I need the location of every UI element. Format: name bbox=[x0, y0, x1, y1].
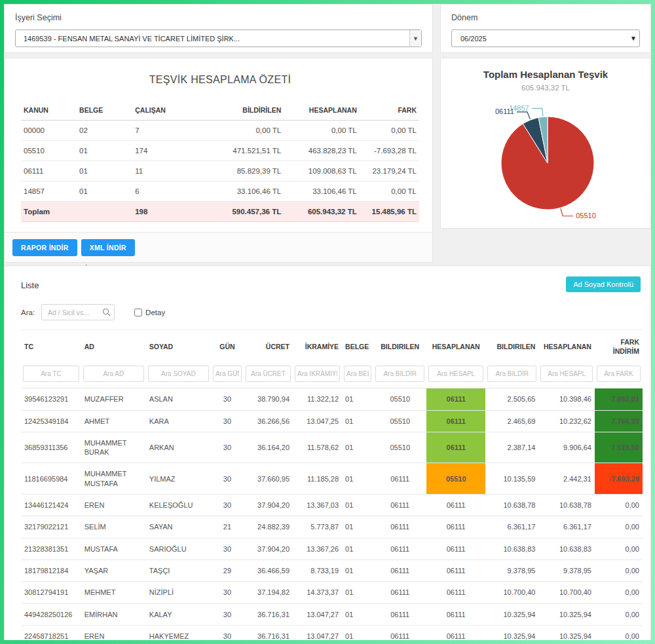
name-check-button[interactable]: Ad Soyad Kontrolü bbox=[566, 276, 641, 292]
employee-col-header: AD bbox=[81, 330, 146, 362]
download-xml-button[interactable]: XML İNDİR bbox=[81, 239, 135, 256]
employee-col-header: HESAPLANAN bbox=[538, 330, 595, 362]
pie-label-line bbox=[517, 112, 530, 119]
summary-table: KANUNBELGEÇALIŞANBİLDİRİLENHESAPLANANFAR… bbox=[21, 100, 419, 222]
summary-total-row: Toplam198590.457,36 TL605.943,32 TL15.48… bbox=[21, 202, 419, 222]
period-label: Dönem bbox=[451, 13, 640, 22]
employee-col-header: SOYAD bbox=[146, 330, 211, 362]
chevron-down-icon: ▼ bbox=[409, 30, 421, 47]
employee-row: 13446121424ERENKELEŞOĞLU3037.904,2013.36… bbox=[21, 495, 643, 516]
detail-checkbox-row[interactable]: Detay bbox=[134, 309, 165, 316]
employee-row: 18179812184YAŞARTAŞÇI2936.466,598.733,19… bbox=[21, 559, 643, 581]
chart-subtitle: 605.943,32 TL bbox=[441, 84, 650, 92]
screenshot-green-border: İşyeri Seçimi 1469539 - FENSAN METAL SAN… bbox=[0, 0, 655, 644]
status-badge: 06111 bbox=[426, 432, 485, 463]
detail-checkbox[interactable] bbox=[134, 309, 142, 316]
employee-col-header: ÜCRET bbox=[244, 330, 293, 362]
employee-row: 449428250126EMİRHANKALAY3036.716,3113.04… bbox=[21, 603, 643, 625]
summary-table-body: 000000270,00 TL0,00 TL0,00 TL05510011744… bbox=[21, 121, 419, 222]
filter-input-2[interactable] bbox=[148, 366, 209, 382]
workplace-label: İşyeri Seçimi bbox=[15, 13, 422, 22]
chart-title: Toplam Hesaplanan Teşvik bbox=[441, 69, 650, 80]
employee-col-header: BELGE bbox=[342, 330, 373, 362]
filter-input-7[interactable] bbox=[375, 366, 424, 382]
status-badge: 06111 bbox=[426, 410, 485, 432]
filter-input-11[interactable] bbox=[597, 366, 641, 382]
employee-row: 36859311356MUHAMMET BURAKARKAN3036.164,2… bbox=[21, 432, 643, 463]
filter-row bbox=[21, 361, 643, 388]
workplace-select[interactable]: 1469539 - FENSAN METAL SANAYİ VE TİCARET… bbox=[15, 29, 422, 47]
employee-col-header: FARKİNDİRİM bbox=[595, 330, 643, 362]
workplace-select-value: 1469539 - FENSAN METAL SANAYİ VE TİCARET… bbox=[16, 35, 248, 43]
employee-col-header: HESAPLANAN bbox=[426, 330, 485, 362]
filter-input-3[interactable] bbox=[213, 366, 242, 382]
summary-title: TEŞVİK HESAPLAMA ÖZETİ bbox=[21, 74, 419, 86]
chevron-down-icon: ▼ bbox=[627, 30, 639, 47]
dashboard-page: İşyeri Seçimi 1469539 - FENSAN METAL SAN… bbox=[4, 4, 651, 640]
period-select-value: 06/2025 bbox=[452, 35, 495, 43]
filter-input-4[interactable] bbox=[246, 366, 291, 382]
employee-col-header: BILDIRILEN bbox=[485, 330, 538, 362]
summary-col-header: BİLDİRİLEN bbox=[188, 100, 284, 121]
chart-card: Toplam Hesaplanan Teşvik 605.943,32 TL 0… bbox=[440, 58, 651, 229]
period-card: Dönem 06/2025 ▼ bbox=[440, 4, 651, 53]
search-icon bbox=[102, 308, 111, 316]
pie-chart-svg: 055100611114857 bbox=[441, 97, 650, 231]
summary-row: 1485701633.106,46 TL33.106,46 TL0,00 TL bbox=[21, 181, 419, 202]
employee-row: 22458718251ERENHAKYEMEZ3036.716,3113.047… bbox=[21, 625, 643, 640]
pie-slice-label: 14857 bbox=[509, 104, 529, 112]
employee-row: 21328381351MUSTAFASARIOĞLU3037.904,2013.… bbox=[21, 538, 643, 559]
summary-col-header: BELGE bbox=[77, 100, 132, 121]
status-badge: 06111 bbox=[426, 388, 485, 410]
employee-row: 12425349184AHMETKARA3036.266,5613.047,25… bbox=[21, 410, 643, 432]
employee-table-head: TCADSOYADGÜNÜCRETİKRAMİYEBELGEBILDIRILEN… bbox=[21, 330, 643, 388]
employee-row: 39546123291MUZAFFERASLAN3038.790,9411.32… bbox=[21, 388, 643, 410]
summary-row: 06111011185.829,39 TL109.008,63 TL23.179… bbox=[21, 161, 419, 181]
summary-footer: RAPOR İNDİR XML İNDİR bbox=[5, 232, 432, 262]
summary-col-header: ÇALIŞAN bbox=[132, 100, 188, 121]
employee-row: 30812794191MEHMETNİZİPLİ3037.194,8214.37… bbox=[21, 582, 643, 603]
list-card: Liste Ad Soyad Kontrolü Ara: Detay TCADS… bbox=[4, 265, 651, 640]
summary-table-head: KANUNBELGEÇALIŞANBİLDİRİLENHESAPLANANFAR… bbox=[21, 100, 419, 121]
period-select[interactable]: 06/2025 ▼ bbox=[451, 29, 640, 47]
employee-table-body: 39546123291MUZAFFERASLAN3038.790,9411.32… bbox=[21, 388, 643, 640]
summary-col-header: HESAPLANAN bbox=[284, 100, 360, 121]
summary-card: TEŞVİK HESAPLAMA ÖZETİ KANUNBELGEÇALIŞAN… bbox=[4, 58, 433, 263]
employee-col-header: BILDIRILEN bbox=[373, 330, 426, 362]
summary-row: 000000270,00 TL0,00 TL0,00 TL bbox=[21, 121, 419, 141]
download-report-button[interactable]: RAPOR İNDİR bbox=[12, 239, 77, 256]
status-badge: 05510 bbox=[426, 463, 485, 495]
filter-input-6[interactable] bbox=[344, 366, 371, 382]
pie-slice-label: 05510 bbox=[576, 212, 596, 219]
filter-input-5[interactable] bbox=[295, 366, 340, 382]
filter-input-10[interactable] bbox=[540, 366, 593, 382]
filter-input-0[interactable] bbox=[23, 366, 79, 382]
employee-col-header: TC bbox=[21, 330, 81, 362]
filter-input-1[interactable] bbox=[83, 366, 144, 382]
employee-row: 11816695984MUHAMMET MUSTAFAYILMAZ3037.66… bbox=[21, 463, 643, 495]
workplace-card: İşyeri Seçimi 1469539 - FENSAN METAL SAN… bbox=[4, 4, 433, 53]
list-title: Liste bbox=[21, 280, 39, 290]
pie-chart: 055100611114857 bbox=[441, 97, 650, 234]
employee-col-header: İKRAMİYE bbox=[293, 330, 342, 362]
employee-row: 32179022121SELİMSAYAN2124.882,395.773,87… bbox=[21, 516, 643, 538]
summary-col-header: KANUN bbox=[21, 100, 77, 121]
detail-checkbox-label: Detay bbox=[145, 309, 165, 316]
filter-input-9[interactable] bbox=[487, 366, 536, 382]
filter-input-8[interactable] bbox=[428, 366, 483, 382]
pie-label-line bbox=[561, 208, 573, 216]
summary-row: 0551001174471.521,51 TL463.828,23 TL-7.6… bbox=[21, 141, 419, 161]
pie-label-line bbox=[532, 108, 543, 116]
summary-col-header: FARK bbox=[360, 100, 419, 121]
search-label: Ara: bbox=[21, 309, 35, 316]
employee-col-header: GÜN bbox=[211, 330, 244, 362]
employee-table: TCADSOYADGÜNÜCRETİKRAMİYEBELGEBILDIRILEN… bbox=[21, 330, 643, 640]
